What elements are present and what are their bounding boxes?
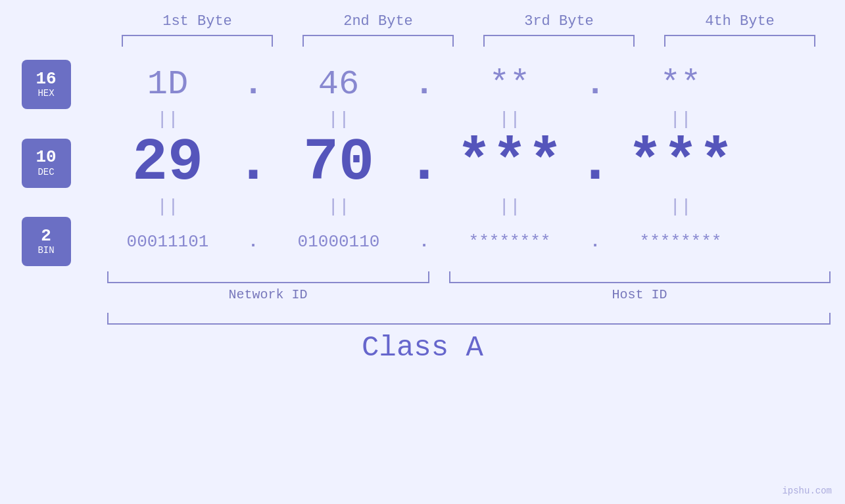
hex-bytes-area: 1D . 46 . ** . **: [92, 65, 845, 104]
eq1-b4: ||: [605, 109, 756, 129]
label-gap: [429, 287, 449, 302]
bin-b2: 01000110: [263, 232, 414, 252]
hex-badge-number: 16: [36, 70, 56, 89]
equals-row-2: || || || ||: [0, 196, 845, 217]
byte2-header: 2nd Byte: [302, 13, 454, 30]
large-bracket: [107, 313, 831, 325]
bin-b1: 00011101: [92, 232, 243, 252]
id-labels-row: Network ID Host ID: [107, 287, 831, 302]
top-brackets: [107, 35, 831, 47]
bin-badge-number: 2: [41, 227, 51, 246]
byte3-header: 3rd Byte: [483, 13, 635, 30]
dec-dot2: .: [414, 129, 434, 196]
dec-bytes-area: 29 . 70 . *** . ***: [92, 129, 845, 196]
dec-badge: 10 DEC: [22, 139, 71, 188]
dec-row: 10 DEC 29 . 70 . *** . ***: [0, 129, 845, 196]
dec-badge-col: 10 DEC: [0, 139, 92, 188]
eq2-d3: [585, 196, 605, 217]
watermark: ipshu.com: [782, 486, 832, 496]
bracket-byte2: [302, 35, 454, 47]
eq1-d2: [414, 109, 434, 129]
dec-b2: 70: [263, 129, 414, 196]
network-bracket: [107, 271, 429, 283]
dec-b1: 29: [92, 129, 243, 196]
equals-row-1: || || || ||: [0, 109, 845, 129]
byte4-header: 4th Byte: [664, 13, 815, 30]
eq1-d1: [243, 109, 263, 129]
eq1-bytes: || || || ||: [92, 109, 845, 129]
dec-b4: ***: [605, 129, 756, 196]
dec-dot3: .: [585, 129, 605, 196]
hex-badge: 16 HEX: [22, 60, 71, 109]
bracket-byte3: [483, 35, 635, 47]
bin-dot2: .: [414, 232, 434, 252]
bin-b3: ********: [434, 232, 585, 252]
eq2-bytes: || || || ||: [92, 196, 845, 217]
bin-badge-label: BIN: [37, 245, 54, 256]
dec-dot1: .: [243, 129, 263, 196]
bin-dot1: .: [243, 232, 263, 252]
bracket-byte4: [664, 35, 815, 47]
hex-b3: **: [434, 65, 585, 104]
hex-dot2: .: [414, 68, 434, 102]
host-bracket: [449, 271, 831, 283]
hex-dot3: .: [585, 68, 605, 102]
main-container: 1st Byte 2nd Byte 3rd Byte 4th Byte 16 H…: [0, 0, 845, 504]
eq2-d2: [414, 196, 434, 217]
byte-headers: 1st Byte 2nd Byte 3rd Byte 4th Byte: [107, 13, 831, 30]
bin-badge: 2 BIN: [22, 217, 71, 266]
dec-b3: ***: [434, 129, 585, 196]
hex-b2: 46: [263, 65, 414, 104]
hex-b4: **: [605, 65, 756, 104]
hex-badge-col: 16 HEX: [0, 60, 92, 109]
bin-row: 2 BIN 00011101 . 01000110 . ******** . *…: [0, 217, 845, 266]
eq2-b1: ||: [92, 196, 243, 217]
bracket-byte1: [122, 35, 273, 47]
hex-b1: 1D: [92, 65, 243, 104]
bracket-gap: [429, 271, 449, 283]
eq1-b2: ||: [263, 109, 414, 129]
eq1-b3: ||: [434, 109, 585, 129]
eq2-b4: ||: [605, 196, 756, 217]
bin-bytes-area: 00011101 . 01000110 . ******** . *******…: [92, 232, 845, 252]
byte1-header: 1st Byte: [122, 13, 273, 30]
eq1-b1: ||: [92, 109, 243, 129]
dec-badge-number: 10: [36, 148, 56, 167]
hex-dot1: .: [243, 68, 263, 102]
eq2-b2: ||: [263, 196, 414, 217]
dec-badge-label: DEC: [37, 167, 54, 178]
host-id-label: Host ID: [449, 287, 831, 302]
bin-b4: ********: [605, 232, 756, 252]
eq2-d1: [243, 196, 263, 217]
eq2-b3: ||: [434, 196, 585, 217]
class-label: Class A: [362, 331, 483, 364]
bin-badge-col: 2 BIN: [0, 217, 92, 266]
hex-row: 16 HEX 1D . 46 . ** . **: [0, 60, 845, 109]
eq1-d3: [585, 109, 605, 129]
bottom-brackets-row: [107, 271, 831, 283]
hex-badge-label: HEX: [37, 88, 54, 99]
bin-dot3: .: [585, 232, 605, 252]
network-id-label: Network ID: [107, 287, 429, 302]
